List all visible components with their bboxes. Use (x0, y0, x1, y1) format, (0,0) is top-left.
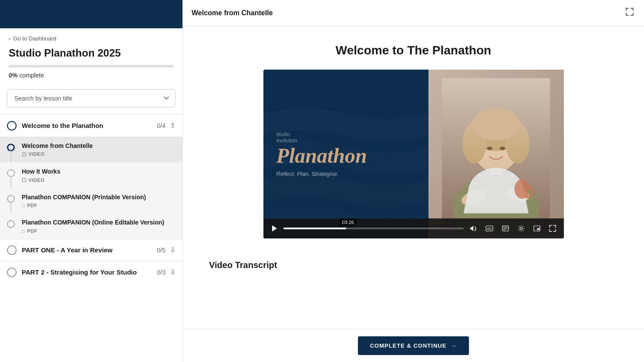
lesson-circle-companion-online (7, 220, 15, 228)
lesson-type-video-1: VIDEO (29, 151, 45, 157)
lesson-item-companion-pdf[interactable]: Planathon COMPANION (Printable Version) … (0, 188, 182, 213)
section-part-two[interactable]: PART 2 - Strategising for Your Studio 0/… (0, 261, 182, 283)
chevron-down-icon-part-two: ⇩ (170, 268, 175, 276)
video-progress-track[interactable]: 03:26 (283, 228, 464, 229)
studio-brand: studioevolution (276, 131, 416, 144)
section-title-part-two: PART 2 - Strategising for Your Studio (22, 268, 157, 276)
lesson-item-how-it-works[interactable]: How It Works ▢ VIDEO (0, 162, 182, 188)
lesson-type-pdf-2: PDF (27, 228, 37, 234)
lesson-type-video-2: VIDEO (29, 178, 45, 183)
progress-text: 0% complete (9, 72, 174, 79)
video-controls: 03:26 CC (263, 218, 564, 238)
video-progress-fill (283, 228, 347, 229)
chevron-left-icon: ‹ (9, 35, 10, 42)
complete-continue-button[interactable]: COMPLETE & CONTINUE → (358, 336, 469, 355)
pdf-icon-2: □ (22, 228, 25, 234)
video-container: studioevolution Planathon Reflect. Plan.… (263, 70, 564, 238)
video-thumbnail: studioevolution Planathon Reflect. Plan.… (263, 70, 564, 238)
video-left-panel: studioevolution Planathon Reflect. Plan.… (263, 70, 429, 238)
svg-point-11 (500, 147, 505, 150)
lesson-content: Welcome from Chantelle ▢ VIDEO (22, 142, 93, 157)
svg-point-12 (514, 179, 529, 199)
section-count-part-one: 0/5 (157, 247, 165, 254)
lesson-title-companion-online: Planathon COMPANION (Online Editable Ver… (22, 218, 164, 226)
chevron-down-icon-part-one: ⇩ (170, 246, 175, 254)
lesson-content-4: Planathon COMPANION (Online Editable Ver… (22, 218, 164, 233)
section-part-one[interactable]: PART ONE - A Year in Review 0/5 ⇩ (0, 239, 182, 261)
cc-button[interactable]: CC (483, 224, 496, 233)
pdf-icon: □ (22, 203, 25, 208)
progress-complete-label: complete (19, 72, 44, 79)
volume-button[interactable] (467, 224, 479, 233)
sidebar: ‹ Go to Dashboard Studio Planathon 2025 … (0, 0, 183, 362)
main-content: Welcome from Chantelle Welcome to The Pl… (183, 0, 644, 362)
complete-btn-arrow: → (451, 342, 457, 349)
sidebar-header (0, 0, 182, 28)
lesson-meta-pdf-2: □ PDF (22, 228, 164, 234)
search-container: Search by lesson title (0, 86, 182, 114)
lesson-meta-video-2: ▢ VIDEO (22, 177, 60, 183)
section-welcome[interactable]: Welcome to the Planathon 0/4 ⇧ (0, 114, 182, 137)
course-title: Studio Planathon 2025 (9, 47, 174, 60)
lesson-header-title: Welcome from Chantelle (192, 9, 273, 17)
lesson-title-companion-pdf: Planathon COMPANION (Printable Version) (22, 193, 146, 201)
svg-marker-13 (272, 225, 277, 231)
planathon-title: Planathon (276, 145, 416, 166)
settings-button[interactable] (515, 223, 527, 234)
video-transcript-heading: Video Transcript (209, 260, 509, 270)
lesson-type-pdf-1: PDF (27, 203, 37, 208)
section-count-welcome: 0/4 (157, 122, 165, 129)
section-circle-welcome (7, 121, 17, 131)
back-to-dashboard-link[interactable]: ‹ Go to Dashboard (9, 35, 174, 42)
fullscreen-video-button[interactable] (546, 223, 559, 234)
play-button[interactable] (269, 223, 280, 234)
lesson-item-welcome-chantelle[interactable]: Welcome from Chantelle ▢ VIDEO (0, 137, 182, 162)
svg-point-10 (487, 147, 492, 150)
lessons-list-welcome: Welcome from Chantelle ▢ VIDEO How It Wo… (0, 137, 182, 239)
section-title-part-one: PART ONE - A Year in Review (22, 246, 157, 254)
section-circle-part-two (7, 268, 17, 277)
svg-point-9 (472, 108, 520, 141)
back-label: Go to Dashboard (13, 35, 56, 42)
svg-text:CC: CC (487, 227, 492, 230)
section-circle-part-one (7, 245, 17, 255)
video-right-panel (428, 70, 564, 238)
time-badge: 03:26 (340, 219, 356, 226)
lesson-content-3: Planathon COMPANION (Printable Version) … (22, 193, 146, 208)
lesson-title-welcome-chantelle: Welcome from Chantelle (22, 142, 93, 150)
svg-point-20 (520, 228, 522, 230)
pip-button[interactable] (531, 224, 543, 233)
lesson-item-companion-online[interactable]: Planathon COMPANION (Online Editable Ver… (0, 213, 182, 238)
search-input[interactable]: Search by lesson title (7, 89, 175, 107)
video-tagline: Reflect. Plan. Strategise. (276, 171, 416, 177)
section-count-part-two: 0/3 (157, 269, 165, 276)
lesson-meta-video-1: ▢ VIDEO (22, 151, 93, 157)
lesson-title-how-it-works: How It Works (22, 168, 60, 175)
course-info: ‹ Go to Dashboard Studio Planathon 2025 … (0, 28, 182, 86)
main-header: Welcome from Chantelle (183, 0, 644, 26)
fullscreen-button[interactable] (624, 6, 635, 20)
transcript-button[interactable] (499, 224, 512, 233)
main-body: Welcome to The Planathon studioevolution… (183, 26, 644, 329)
video-icon-2: ▢ (22, 177, 27, 183)
lesson-meta-pdf-1: □ PDF (22, 203, 146, 208)
svg-rect-22 (537, 228, 539, 230)
progress-percent: 0% (9, 72, 17, 79)
main-footer: COMPLETE & CONTINUE → (183, 329, 644, 362)
complete-btn-label: COMPLETE & CONTINUE (370, 342, 447, 349)
chevron-up-icon: ⇧ (170, 121, 175, 130)
section-title-welcome: Welcome to the Planathon (22, 122, 157, 129)
content-title: Welcome to The Planathon (336, 44, 491, 57)
video-icon: ▢ (22, 151, 27, 157)
progress-bar-container (9, 65, 174, 67)
lesson-content-2: How It Works ▢ VIDEO (22, 168, 60, 183)
